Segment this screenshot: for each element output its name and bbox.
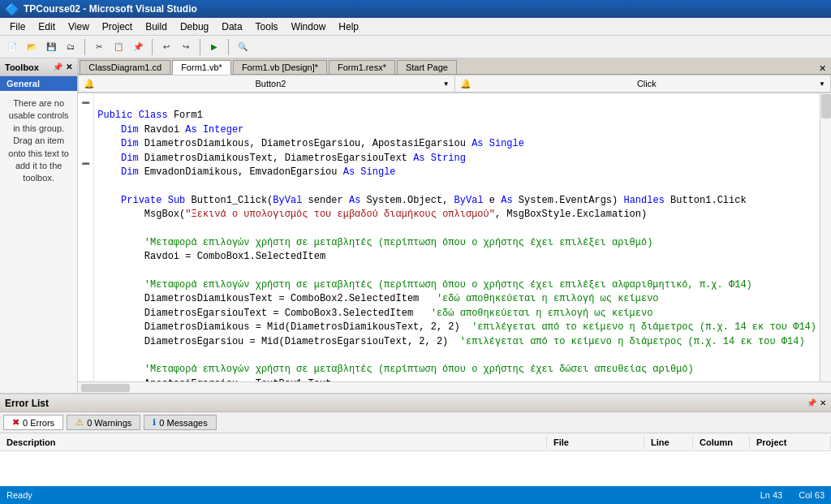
toolbox-empty-message: There are no usable controls in this gro… [0, 91, 77, 192]
gutter-spacer4 [80, 144, 92, 156]
event-name: Click [637, 79, 657, 88]
menu-project[interactable]: Project [96, 19, 139, 34]
error-tab-errors[interactable]: ✖ 0 Errors [3, 415, 63, 430]
tab-form1-vb[interactable]: Form1.vb* [172, 60, 231, 75]
menu-debug[interactable]: Debug [174, 19, 215, 34]
toolbar-redo[interactable]: ↪ [177, 38, 195, 56]
status-bar: Ready Ln 43 Col 63 [0, 486, 831, 504]
toolbar-cut[interactable]: ✂ [90, 38, 108, 56]
toolbar-sep4 [228, 39, 229, 55]
toolbox-title: Toolbox [5, 62, 39, 72]
messages-label: 0 Messages [159, 418, 207, 428]
tab-start-page[interactable]: Start Page [397, 60, 457, 74]
col-column: Column [693, 436, 750, 449]
error-tab-warnings[interactable]: ⚠ 0 Warnings [67, 415, 140, 430]
errors-label: 0 Errors [23, 418, 54, 428]
toolbar-sep3 [200, 39, 200, 55]
toolbox-header: Toolbox 📌 ✕ [0, 58, 77, 76]
gutter-spacer3 [80, 132, 92, 144]
menu-file[interactable]: File [3, 19, 32, 34]
error-tab-messages[interactable]: ℹ 0 Messages [144, 415, 216, 430]
toolbar-save-all[interactable]: 🗂 [62, 38, 80, 56]
method-arrow: ▼ [443, 80, 450, 88]
col-description: Description [0, 436, 547, 449]
expand-class[interactable]: ▬ [80, 96, 92, 107]
toolbar: 📄 📂 💾 🗂 ✂ 📋 📌 ↩ ↪ ▶ 🔍 [0, 36, 831, 58]
tabs-right: ✕ [819, 63, 829, 74]
event-dropdown[interactable]: 🔔 Click ▼ [454, 75, 831, 93]
menu-view[interactable]: View [62, 19, 96, 34]
error-panel: Error List 📌 ✕ ✖ 0 Errors ⚠ 0 Warnings ℹ… [0, 393, 831, 486]
toolbar-find[interactable]: 🔍 [234, 38, 252, 56]
code-content[interactable]: ▬ ▬ Public Class Form1 Dim Ravdoi As Int… [78, 93, 831, 381]
editor-area: ClassDiagram1.cd Form1.vb* Form1.vb [Des… [78, 58, 831, 393]
tab-classdiagram[interactable]: ClassDiagram1.cd [80, 60, 170, 74]
toolbar-save[interactable]: 💾 [42, 38, 60, 56]
col-project: Project [750, 436, 831, 449]
tabs-close-icon[interactable]: ✕ [819, 63, 826, 74]
toolbox-panel: Toolbox 📌 ✕ General There are no usable … [0, 58, 78, 393]
status-ready: Ready [6, 490, 32, 500]
toolbar-run[interactable]: ▶ [205, 38, 223, 56]
toolbar-sep1 [84, 39, 85, 55]
code-editor[interactable]: Public Class Form1 Dim Ravdoi As Integer… [94, 93, 820, 381]
toolbox-pin-icon[interactable]: 📌 [53, 62, 62, 71]
main-layout: Toolbox 📌 ✕ General There are no usable … [0, 58, 831, 393]
toolbar-new[interactable]: 📄 [3, 38, 21, 56]
title-bar: 🔷 TPCourse02 - Microsoft Visual Studio [0, 0, 831, 18]
warnings-icon: ⚠ [75, 417, 84, 428]
method-icon: 🔔 [84, 79, 95, 89]
toolbar-paste[interactable]: 📌 [129, 38, 147, 56]
expand-sub[interactable]: ▬ [80, 157, 92, 168]
col-file: File [547, 436, 644, 449]
error-columns: Description File Line Column Project [0, 433, 831, 451]
app-icon: 🔷 [5, 2, 19, 15]
menu-bar: File Edit View Project Build Debug Data … [0, 18, 831, 36]
tab-form1-design[interactable]: Form1.vb [Design]* [233, 60, 327, 74]
toolbar-open[interactable]: 📂 [23, 38, 41, 56]
status-ln: Ln 43 [760, 490, 783, 500]
menu-build[interactable]: Build [139, 19, 174, 34]
error-panel-title: Error List [5, 398, 49, 409]
messages-icon: ℹ [153, 417, 156, 428]
col-line: Line [644, 436, 693, 449]
error-tabs: ✖ 0 Errors ⚠ 0 Warnings ℹ 0 Messages [0, 412, 831, 433]
error-panel-close[interactable]: ✕ [820, 398, 826, 407]
code-gutter: ▬ ▬ [78, 93, 94, 381]
toolbox-close-icon[interactable]: ✕ [66, 62, 72, 71]
toolbox-general-section[interactable]: General [0, 76, 77, 91]
errors-icon: ✖ [12, 417, 19, 428]
error-panel-controls: 📌 ✕ [807, 398, 826, 407]
toolbox-header-icons: 📌 ✕ [53, 62, 72, 71]
event-arrow: ▼ [819, 80, 825, 88]
gutter-spacer1 [80, 108, 92, 119]
toolbar-copy[interactable]: 📋 [110, 38, 127, 56]
error-panel-pin[interactable]: 📌 [807, 398, 816, 407]
menu-data[interactable]: Data [215, 19, 248, 34]
tab-form1-resx[interactable]: Form1.resx* [329, 60, 395, 74]
title-text: TPCourse02 - Microsoft Visual Studio [24, 3, 197, 15]
menu-window[interactable]: Window [285, 19, 333, 34]
status-col: Col 63 [799, 490, 825, 500]
gutter-spacer2 [80, 120, 92, 131]
error-rows [0, 451, 831, 486]
menu-tools[interactable]: Tools [249, 19, 285, 34]
error-panel-header: Error List 📌 ✕ [0, 394, 831, 412]
toolbar-sep2 [152, 39, 153, 55]
horizontal-scrollbar[interactable] [78, 381, 831, 393]
warnings-label: 0 Warnings [87, 418, 131, 428]
event-icon: 🔔 [460, 79, 471, 89]
tabs-bar: ClassDiagram1.cd Form1.vb* Form1.vb [Des… [78, 58, 831, 75]
code-header: 🔔 Button2 ▼ 🔔 Click ▼ [78, 75, 831, 93]
toolbar-undo[interactable]: ↩ [157, 38, 175, 56]
menu-edit[interactable]: Edit [32, 19, 62, 34]
menu-help[interactable]: Help [332, 19, 365, 34]
vertical-scrollbar[interactable] [820, 93, 831, 381]
method-name: Button2 [256, 79, 286, 88]
method-dropdown[interactable]: 🔔 Button2 ▼ [78, 75, 454, 93]
status-right: Ln 43 Col 63 [760, 490, 825, 500]
